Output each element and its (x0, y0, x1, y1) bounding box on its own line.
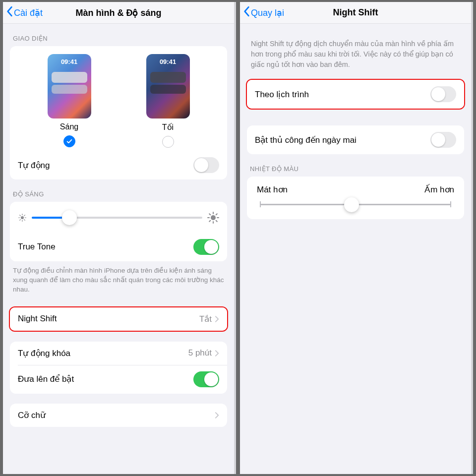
toggle-automatic[interactable] (193, 157, 219, 173)
text-card: Cỡ chữ (10, 404, 227, 427)
section-header-color-temp: NHIỆT ĐỘ MÀU (240, 154, 471, 177)
text-size-label: Cỡ chữ (18, 410, 215, 420)
chevron-left-icon (6, 6, 13, 19)
dark-label: Tối (162, 122, 174, 132)
sun-large-icon (207, 212, 219, 224)
toggle-raise-to-wake[interactable] (193, 371, 219, 387)
row-auto-lock[interactable]: Tự động khóa 5 phút (10, 342, 227, 365)
radio-light[interactable] (63, 135, 75, 147)
svg-line-16 (209, 221, 210, 222)
color-temp-slider[interactable] (260, 204, 451, 205)
row-automatic[interactable]: Tự động (10, 151, 227, 179)
automatic-label: Tự động (18, 160, 193, 171)
night-shift-card: Night Shift Tắt (10, 307, 227, 331)
page-title: Night Shift (333, 7, 378, 18)
night-shift-intro: Night Shift tự động dịch chuyển màu của … (240, 24, 471, 79)
row-text-size[interactable]: Cỡ chữ (10, 404, 227, 427)
brightness-slider-row (10, 202, 227, 233)
back-button[interactable]: Quay lại (243, 6, 284, 19)
svg-line-5 (20, 215, 21, 216)
color-temp-card: Mát hơn Ấm hơn (247, 177, 464, 219)
true-tone-description: Tự động điều chỉnh màn hình iPhone dựa t… (3, 261, 234, 297)
appearance-card: 09:41 Sáng 09:41 Tối Tự động (10, 46, 227, 179)
page-title: Màn hình & Độ sáng (76, 7, 162, 18)
nav-bar: Cài đặt Màn hình & Độ sáng (3, 2, 234, 24)
warmer-label: Ấm hơn (424, 184, 454, 195)
manual-card: Bật thủ công đến ngày mai (247, 125, 464, 154)
svg-line-17 (216, 214, 217, 215)
preview-dark: 09:41 (146, 54, 190, 119)
back-button[interactable]: Cài đặt (6, 6, 43, 19)
svg-point-9 (211, 215, 216, 220)
highlight-night-shift: Night Shift Tắt (9, 306, 228, 332)
row-true-tone[interactable]: True Tone (10, 233, 227, 261)
lock-card: Tự động khóa 5 phút Đưa lên để bật (10, 342, 227, 394)
brightness-card: True Tone (10, 202, 227, 261)
auto-lock-value: 5 phút (188, 348, 212, 358)
back-label: Cài đặt (14, 7, 43, 18)
night-shift-value: Tắt (199, 314, 212, 324)
preview-light: 09:41 (48, 54, 91, 119)
raise-to-wake-label: Đưa lên để bật (18, 374, 193, 384)
row-night-shift[interactable]: Night Shift Tắt (10, 307, 227, 331)
brightness-slider[interactable] (32, 217, 202, 219)
true-tone-label: True Tone (18, 242, 193, 252)
toggle-scheduled[interactable] (430, 86, 456, 102)
display-settings-screen: Cài đặt Màn hình & Độ sáng GIAO DIỆN 09:… (3, 2, 236, 474)
svg-line-6 (24, 220, 25, 221)
back-label: Quay lại (251, 7, 284, 18)
sun-small-icon (18, 213, 27, 222)
nav-bar: Quay lại Night Shift (240, 2, 471, 24)
scheduled-label: Theo lịch trình (255, 89, 430, 100)
row-raise-to-wake[interactable]: Đưa lên để bật (10, 365, 227, 394)
night-shift-label: Night Shift (18, 314, 199, 324)
svg-line-15 (216, 221, 217, 222)
row-manual-enable[interactable]: Bật thủ công đến ngày mai (247, 125, 464, 154)
section-header-appearance: GIAO DIỆN (3, 24, 234, 46)
scheduled-card: Theo lịch trình (247, 80, 464, 109)
appearance-option-light[interactable]: 09:41 Sáng (35, 54, 104, 148)
svg-line-14 (209, 214, 210, 215)
chevron-right-icon (215, 315, 219, 323)
auto-lock-label: Tự động khóa (18, 348, 188, 358)
radio-dark[interactable] (162, 136, 174, 148)
appearance-option-dark[interactable]: 09:41 Tối (133, 54, 203, 148)
chevron-right-icon (215, 350, 219, 357)
light-label: Sáng (60, 122, 78, 131)
manual-enable-label: Bật thủ công đến ngày mai (255, 135, 430, 145)
toggle-manual-enable[interactable] (430, 132, 456, 148)
svg-point-0 (21, 216, 24, 219)
night-shift-screen: Quay lại Night Shift Night Shift tự động… (240, 2, 473, 474)
row-scheduled[interactable]: Theo lịch trình (247, 80, 464, 109)
cooler-label: Mát hơn (257, 184, 288, 195)
chevron-left-icon (243, 6, 250, 19)
svg-line-7 (20, 220, 21, 221)
section-header-brightness: ĐỘ SÁNG (3, 179, 234, 202)
toggle-true-tone[interactable] (193, 239, 219, 255)
chevron-right-icon (215, 412, 219, 419)
svg-line-8 (24, 215, 25, 216)
highlight-scheduled: Theo lịch trình (246, 79, 465, 110)
